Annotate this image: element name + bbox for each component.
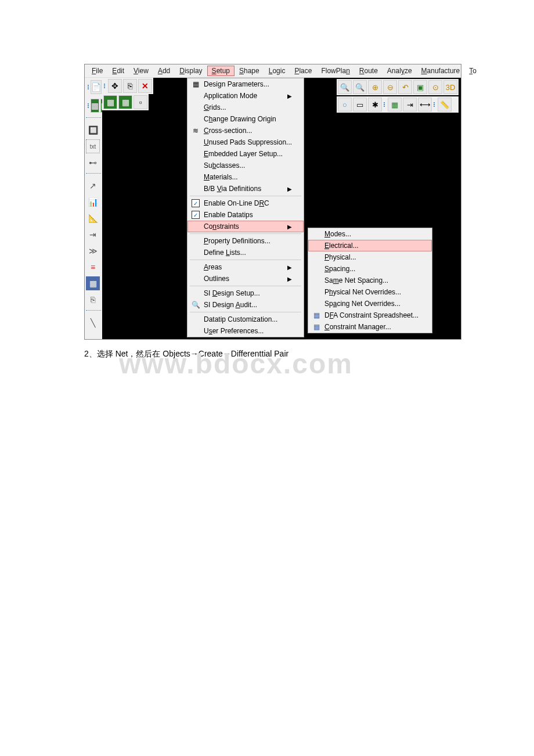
menu-display[interactable]: Display (175, 66, 207, 76)
menu-datatip-customization[interactable]: Datatip Customization... (187, 314, 304, 325)
circle-icon[interactable]: ○ (338, 98, 352, 111)
menu-embedded-layer[interactable]: Embedded Layer Setup... (187, 148, 304, 160)
toolbar-grip-icon (103, 79, 107, 93)
toolbar-grip-icon (383, 98, 387, 111)
zoom-fit-icon[interactable]: 🔍 (338, 80, 352, 94)
expand-right-icon[interactable]: ⇥ (403, 98, 417, 111)
text-label-icon[interactable]: txt (86, 139, 100, 153)
menu-si-design-audit[interactable]: 🔍SI Design Audit... (187, 299, 304, 311)
move-icon[interactable]: ✥ (108, 79, 122, 93)
zoom-center-icon[interactable]: ⊙ (428, 80, 442, 94)
submenu-same-net-spacing[interactable]: Same Net Spacing... (308, 275, 432, 286)
checkbox-checked-icon: ✓ (192, 199, 200, 207)
measure-icon[interactable]: 📏 (438, 98, 452, 111)
grid-blue-icon[interactable]: ▦ (86, 276, 100, 290)
submenu-physical[interactable]: Physical... (308, 251, 432, 263)
menu-user-preferences[interactable]: User Preferences... (187, 325, 304, 337)
submenu-spacing-net-overrides[interactable]: Spacing Net Overrides... (308, 298, 432, 309)
submenu-physical-net-overrides[interactable]: Physical Net Overrides... (308, 286, 432, 298)
design-canvas[interactable]: ✥ ⎘ ✕ ▦ ▦ ▫ ▦Design Parameters... Applic… (102, 78, 461, 339)
zoom-in-icon[interactable]: ⊕ (368, 80, 382, 94)
toolbar-grip-icon (87, 99, 89, 113)
copy-icon[interactable]: ⎘ (123, 79, 137, 93)
menu-outlines[interactable]: Outlines▶ (187, 273, 304, 285)
menu-materials[interactable]: Materials... (187, 171, 304, 183)
menu-property-definitions[interactable]: Property Definitions... (187, 235, 304, 247)
menu-enable-drc[interactable]: ✓Enable On-Line DRC (187, 197, 304, 209)
menu-setup[interactable]: Setup (207, 66, 234, 76)
3d-view-icon[interactable]: 3D (443, 80, 457, 94)
ruler-icon[interactable]: 📐 (86, 211, 100, 225)
submenu-spacing[interactable]: Spacing... (308, 263, 432, 275)
audit-icon: 🔍 (190, 301, 201, 309)
zoom-window-icon[interactable]: 🔍 (353, 80, 367, 94)
menu-shape[interactable]: Shape (234, 66, 264, 76)
rect-icon[interactable]: ▭ (353, 98, 367, 111)
toolbar-grip-icon (87, 80, 89, 94)
merge-icon[interactable]: ⇥ (86, 228, 100, 242)
submenu-constraint-manager[interactable]: ▦Constraint Manager... (308, 321, 432, 333)
menu-view[interactable]: View (129, 66, 153, 76)
menu-flowplan[interactable]: FlowPlan (316, 66, 354, 76)
checkbox-checked-icon: ✓ (192, 211, 200, 219)
menu-place[interactable]: Place (290, 66, 316, 76)
list-icon[interactable]: ≡ (86, 260, 100, 274)
layers-icon: ≋ (190, 127, 201, 135)
arrow-up-icon[interactable]: ↗ (86, 179, 100, 193)
menu-separator (190, 260, 301, 260)
submenu-modes[interactable]: Modes... (308, 228, 432, 240)
menu-tools[interactable]: To (464, 66, 481, 76)
menu-route[interactable]: Route (355, 66, 383, 76)
menu-file[interactable]: File (87, 66, 107, 76)
menu-grids[interactable]: Grids... (187, 102, 304, 113)
submenu-dfa-constraint[interactable]: ▦DFA Constraint Spreadsheet... (308, 309, 432, 321)
menu-cross-section[interactable]: ≋Cross-section... (187, 125, 304, 136)
menu-change-origin[interactable]: Change Drawing Origin (187, 113, 304, 125)
constraints-submenu: Modes... Electrical... Physical... Spaci… (308, 228, 432, 333)
green-tool2-icon[interactable]: ▦ (118, 95, 132, 109)
spreadsheet-icon: ▦ (311, 323, 322, 331)
menu-separator (190, 312, 301, 312)
menu-separator (190, 196, 301, 196)
menu-logic[interactable]: Logic (264, 66, 290, 76)
submenu-arrow-icon: ▶ (287, 186, 292, 192)
menu-constraints[interactable]: Constraints▶ (187, 221, 304, 232)
menu-bb-via[interactable]: B/B Via Definitions▶ (187, 183, 304, 195)
pin-icon[interactable]: ⊷ (86, 156, 100, 170)
green-tool-icon[interactable]: ▦ (103, 95, 117, 109)
menu-si-design-setup[interactable]: SI Design Setup... (187, 287, 304, 299)
fit-width-icon[interactable]: ⟷ (418, 98, 432, 111)
side-toolbar: 📄 📂 💾 ▦ ▦ ▧ 🔲 txt ⊷ ↗ 📊 📐 ⇥ (85, 78, 102, 339)
menu-define-lists[interactable]: Define Lists... (187, 247, 304, 258)
submenu-electrical[interactable]: Electrical... (308, 240, 432, 251)
spreadsheet-icon: ▦ (311, 311, 322, 319)
menu-unused-pads[interactable]: Unused Pads Suppression... (187, 136, 304, 148)
menu-analyze[interactable]: Analyze (383, 66, 417, 76)
line-icon[interactable]: ╲ (86, 316, 100, 330)
menu-add[interactable]: Add (153, 66, 175, 76)
chip-icon[interactable]: ▦ (388, 98, 402, 111)
menu-design-parameters[interactable]: ▦Design Parameters... (187, 78, 304, 90)
new-file-icon[interactable]: 📄 (91, 80, 102, 94)
menu-subclasses[interactable]: Subclasses... (187, 160, 304, 171)
gray-tool-icon[interactable]: ▫ (134, 95, 147, 109)
component-icon[interactable]: 🔲 (86, 123, 100, 137)
zoom-out-icon[interactable]: ⊖ (383, 80, 397, 94)
layer-icon[interactable]: ▦ (91, 99, 99, 113)
menu-edit[interactable]: Edit (107, 66, 129, 76)
delete-icon[interactable]: ✕ (138, 79, 152, 93)
copy-icon[interactable]: ⎘ (86, 293, 100, 307)
submenu-arrow-icon: ▶ (287, 93, 292, 99)
menu-enable-datatips[interactable]: ✓Enable Datatips (187, 209, 304, 221)
submenu-arrow-icon: ▶ (287, 224, 292, 230)
expand-icon[interactable]: ≫ (86, 244, 100, 258)
menu-application-mode[interactable]: Application Mode▶ (187, 90, 304, 102)
submenu-arrow-icon: ▶ (287, 276, 292, 282)
menubar: File Edit View Add Display Setup Shape L… (85, 64, 461, 78)
menu-manufacture[interactable]: Manufacture (417, 66, 465, 76)
menu-areas[interactable]: Areas▶ (187, 261, 304, 273)
zoom-prev-icon[interactable]: ↶ (398, 80, 412, 94)
snap-icon[interactable]: ✱ (368, 98, 382, 111)
chart-icon[interactable]: 📊 (86, 195, 100, 209)
zoom-area-icon[interactable]: ▣ (413, 80, 427, 94)
